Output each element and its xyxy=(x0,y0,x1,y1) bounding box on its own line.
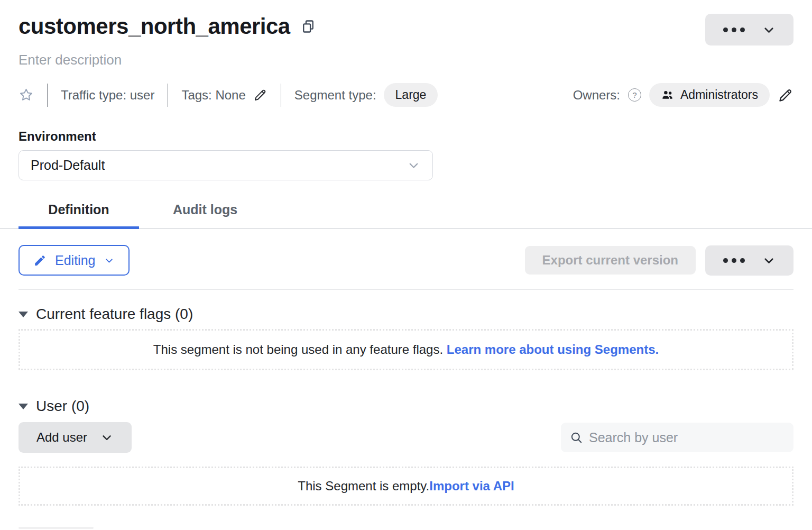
collapse-triangle-icon xyxy=(19,312,28,317)
owners-label: Owners: xyxy=(573,88,620,103)
pencil-icon xyxy=(33,254,47,267)
section-divider xyxy=(19,289,793,290)
user-search-box xyxy=(561,423,793,452)
users-group-icon xyxy=(661,88,674,102)
editing-label: Editing xyxy=(55,253,95,268)
export-current-version-button[interactable]: Export current version xyxy=(525,246,696,275)
meta-row: Traffic type: user Tags: None Segment ty… xyxy=(19,83,793,107)
environment-label: Environment xyxy=(19,129,793,144)
owners-badge[interactable]: Administrators xyxy=(649,83,770,107)
meta-divider xyxy=(47,84,48,107)
tab-definition[interactable]: Definition xyxy=(19,195,139,228)
feature-flags-empty-state: This segment is not being used in any fe… xyxy=(19,329,793,370)
editing-status-button[interactable]: Editing xyxy=(19,245,130,276)
page-title: customers_north_america xyxy=(19,14,290,39)
owners-help-icon[interactable]: ? xyxy=(628,88,641,102)
user-toolbar: Add user xyxy=(19,422,793,453)
below-fold-element-edge xyxy=(19,527,94,529)
definition-toolbar: Editing Export current version xyxy=(19,245,793,276)
import-via-api-link[interactable]: Import via API xyxy=(429,479,514,493)
chevron-down-icon xyxy=(762,253,776,268)
environment-selected-value: Prod-Default xyxy=(31,158,105,173)
meta-divider xyxy=(281,84,281,107)
segment-empty-text: This Segment is empty. xyxy=(298,479,429,493)
learn-more-link[interactable]: Learn more about using Segments. xyxy=(447,342,659,357)
add-user-label: Add user xyxy=(36,430,87,445)
chevron-down-icon xyxy=(762,23,776,37)
feature-flags-empty-text: This segment is not being used in any fe… xyxy=(153,342,447,357)
search-by-user-input[interactable] xyxy=(589,430,785,445)
more-icon xyxy=(723,258,745,263)
segment-type-label: Segment type: xyxy=(294,88,376,103)
user-section-header[interactable]: User (0) xyxy=(19,398,793,415)
tab-audit-logs[interactable]: Audit logs xyxy=(139,195,271,228)
header-more-actions-button[interactable] xyxy=(705,14,793,45)
feature-flags-section-header[interactable]: Current feature flags (0) xyxy=(19,306,793,323)
segment-type-badge: Large xyxy=(384,83,438,107)
edit-tags-pencil-icon[interactable] xyxy=(253,88,267,102)
environment-select[interactable]: Prod-Default xyxy=(19,150,433,180)
owners-value: Administrators xyxy=(680,88,758,102)
page-header: customers_north_america xyxy=(19,14,793,45)
tab-bar: Definition Audit logs xyxy=(0,195,812,229)
meta-divider xyxy=(168,84,168,107)
collapse-triangle-icon xyxy=(19,404,28,409)
definition-more-actions-button[interactable] xyxy=(705,245,793,276)
search-icon xyxy=(569,431,584,445)
user-section-title: User (0) xyxy=(36,398,89,415)
traffic-type-label: Traffic type: user xyxy=(61,88,154,103)
add-user-button[interactable]: Add user xyxy=(19,422,132,453)
chevron-down-icon xyxy=(407,158,421,172)
more-icon xyxy=(723,28,745,32)
description-placeholder[interactable]: Enter description xyxy=(19,52,793,68)
feature-flags-section-title: Current feature flags (0) xyxy=(36,306,193,323)
tags-label: Tags: None xyxy=(181,88,245,103)
edit-owners-pencil-icon[interactable] xyxy=(778,87,793,103)
chevron-down-icon xyxy=(104,255,115,266)
favorite-star-icon[interactable] xyxy=(19,87,34,103)
user-empty-state: This Segment is empty.Import via API xyxy=(19,467,793,506)
copy-icon[interactable] xyxy=(301,19,316,34)
segment-detail-page: customers_north_america Enter descriptio… xyxy=(0,0,812,530)
chevron-down-icon xyxy=(100,431,114,444)
